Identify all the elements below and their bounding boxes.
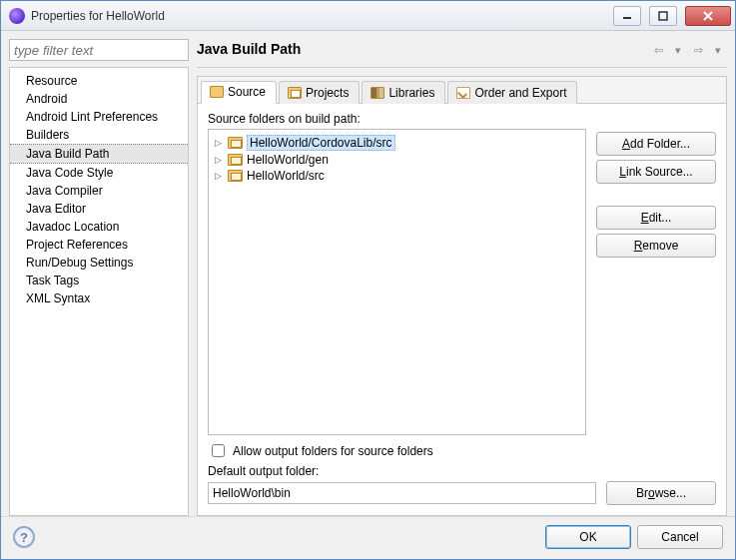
- tab-label: Libraries: [388, 86, 434, 100]
- nav-item-android[interactable]: Android: [10, 90, 188, 108]
- package-folder-icon: [228, 170, 243, 182]
- tree-item-label: HelloWorld/src: [247, 169, 325, 183]
- browse-button[interactable]: Browse...: [606, 481, 716, 505]
- nav-item-javadoc-location[interactable]: Javadoc Location: [10, 218, 188, 236]
- nav-panel: Resource Android Android Lint Preference…: [9, 39, 189, 516]
- tree-item[interactable]: ▷ HelloWorld/gen: [211, 152, 583, 168]
- package-folder-icon: [228, 137, 243, 149]
- source-folders-label: Source folders on build path:: [208, 112, 586, 126]
- tab-libraries[interactable]: Libraries: [362, 81, 445, 104]
- tab-projects[interactable]: Projects: [279, 81, 360, 104]
- edit-button[interactable]: Edit...: [596, 206, 716, 230]
- cancel-button[interactable]: Cancel: [637, 525, 723, 549]
- libraries-icon: [370, 87, 384, 99]
- expand-icon[interactable]: ▷: [215, 171, 224, 181]
- tab-order-export[interactable]: Order and Export: [447, 81, 577, 104]
- tab-label: Source: [228, 85, 266, 99]
- nav-item-resource[interactable]: Resource: [10, 72, 188, 90]
- tab-source[interactable]: Source: [201, 81, 277, 104]
- link-source-button[interactable]: Link Source...: [596, 160, 716, 184]
- maximize-button[interactable]: [649, 6, 677, 26]
- maximize-icon: [658, 11, 668, 21]
- minimize-icon: [622, 11, 632, 21]
- dialog-body: Resource Android Android Lint Preference…: [1, 31, 735, 516]
- allow-output-row: Allow output folders for source folders: [208, 441, 716, 460]
- projects-icon: [288, 87, 302, 99]
- nav-item-java-editor[interactable]: Java Editor: [10, 200, 188, 218]
- tabs: Source Projects Libraries Order and Expo…: [198, 77, 726, 104]
- ok-button[interactable]: OK: [545, 525, 631, 549]
- tab-body-source: Source folders on build path: ▷ HelloWor…: [198, 104, 726, 515]
- nav-item-java-compiler[interactable]: Java Compiler: [10, 182, 188, 200]
- close-icon: [703, 11, 713, 21]
- nav-back-button[interactable]: ⇦: [649, 41, 667, 59]
- page-title: Java Build Path: [197, 41, 647, 57]
- titlebar: Properties for HelloWorld: [1, 1, 735, 31]
- expand-icon[interactable]: ▷: [215, 138, 224, 148]
- tree-item-label: HelloWorld/gen: [247, 153, 329, 167]
- nav-item-project-references[interactable]: Project References: [10, 236, 188, 254]
- nav-back-menu[interactable]: ▾: [669, 41, 687, 59]
- help-button[interactable]: ?: [13, 526, 35, 548]
- properties-dialog: Properties for HelloWorld Resource Andro…: [0, 0, 736, 560]
- source-buttons: Add Folder... Link Source... Edit... Rem…: [596, 112, 716, 435]
- default-output-input[interactable]: [208, 482, 596, 504]
- nav-item-java-build-path[interactable]: Java Build Path: [10, 144, 188, 164]
- add-folder-button[interactable]: Add Folder...: [596, 132, 716, 156]
- eclipse-icon: [9, 8, 25, 24]
- order-export-icon: [456, 87, 470, 99]
- tab-label: Projects: [306, 86, 349, 100]
- allow-output-checkbox[interactable]: [212, 444, 225, 457]
- nav-item-task-tags[interactable]: Task Tags: [10, 272, 188, 289]
- tree-item-label: HelloWorld/CordovaLib/src: [247, 135, 395, 151]
- tab-label: Order and Export: [474, 86, 566, 100]
- nav-item-xml-syntax[interactable]: XML Syntax: [10, 289, 188, 307]
- dialog-footer: ? OK Cancel: [1, 516, 735, 559]
- svg-rect-1: [659, 12, 667, 20]
- nav-list[interactable]: Resource Android Android Lint Preference…: [9, 67, 189, 516]
- minimize-button[interactable]: [613, 6, 641, 26]
- nav-item-java-code-style[interactable]: Java Code Style: [10, 164, 188, 182]
- main-panel: Java Build Path ⇦ ▾ ⇨ ▾ Source Projects: [197, 39, 727, 516]
- main-header: Java Build Path ⇦ ▾ ⇨ ▾: [197, 39, 727, 68]
- tree-item[interactable]: ▷ HelloWorld/CordovaLib/src: [211, 134, 583, 152]
- main-content: Source Projects Libraries Order and Expo…: [197, 76, 727, 516]
- nav-forward-button[interactable]: ⇨: [689, 41, 707, 59]
- nav-item-builders[interactable]: Builders: [10, 126, 188, 144]
- default-output-label: Default output folder:: [208, 464, 716, 478]
- close-button[interactable]: [685, 6, 731, 26]
- source-folder-icon: [210, 86, 224, 98]
- nav-item-android-lint[interactable]: Android Lint Preferences: [10, 108, 188, 126]
- window-title: Properties for HelloWorld: [31, 9, 605, 23]
- allow-output-label: Allow output folders for source folders: [233, 444, 433, 458]
- expand-icon[interactable]: ▷: [215, 155, 224, 165]
- remove-button[interactable]: Remove: [596, 234, 716, 258]
- nav-item-run-debug[interactable]: Run/Debug Settings: [10, 254, 188, 272]
- tree-item[interactable]: ▷ HelloWorld/src: [211, 168, 583, 184]
- nav-forward-menu[interactable]: ▾: [709, 41, 727, 59]
- source-folders-tree[interactable]: ▷ HelloWorld/CordovaLib/src ▷ HelloWorld…: [208, 129, 586, 435]
- filter-input[interactable]: [9, 39, 189, 61]
- package-folder-icon: [228, 154, 243, 166]
